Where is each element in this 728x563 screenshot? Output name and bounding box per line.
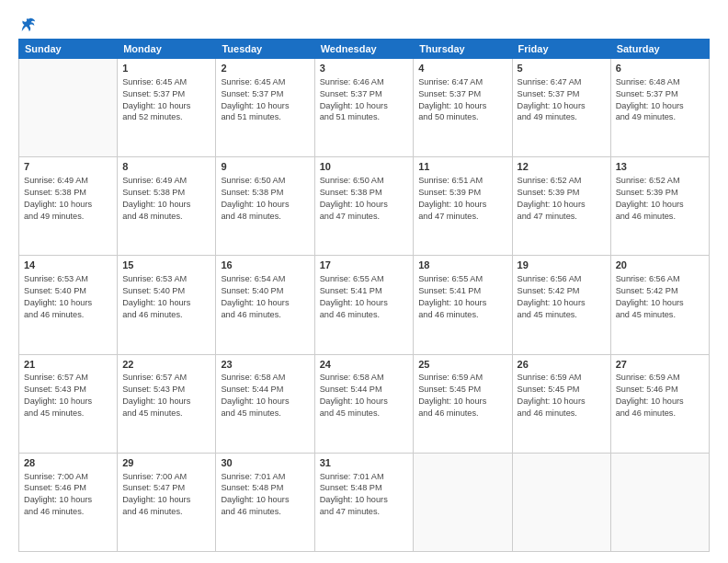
day-number: 9 xyxy=(221,160,309,174)
day-info: Sunrise: 6:53 AM Sunset: 5:40 PM Dayligh… xyxy=(122,273,210,321)
day-number: 25 xyxy=(418,358,506,372)
day-info: Sunrise: 6:55 AM Sunset: 5:41 PM Dayligh… xyxy=(418,273,506,321)
calendar-day-cell: 23Sunrise: 6:58 AM Sunset: 5:44 PM Dayli… xyxy=(216,354,314,453)
day-info: Sunrise: 6:47 AM Sunset: 5:37 PM Dayligh… xyxy=(418,76,506,124)
day-number: 22 xyxy=(122,358,210,372)
day-number: 20 xyxy=(616,259,704,272)
calendar-day-cell: 11Sunrise: 6:51 AM Sunset: 5:39 PM Dayli… xyxy=(414,157,512,256)
day-info: Sunrise: 6:47 AM Sunset: 5:37 PM Dayligh… xyxy=(518,76,606,124)
calendar-day-cell: 29Sunrise: 7:00 AM Sunset: 5:47 PM Dayli… xyxy=(118,453,216,551)
day-number: 5 xyxy=(518,62,606,75)
day-info: Sunrise: 6:59 AM Sunset: 5:45 PM Dayligh… xyxy=(518,372,606,419)
calendar-day-cell xyxy=(512,453,610,551)
calendar-day-cell: 19Sunrise: 6:56 AM Sunset: 5:42 PM Dayli… xyxy=(512,256,610,354)
day-info: Sunrise: 6:49 AM Sunset: 5:38 PM Dayligh… xyxy=(24,175,112,223)
calendar-day-cell: 7Sunrise: 6:49 AM Sunset: 5:38 PM Daylig… xyxy=(19,157,118,256)
day-number: 11 xyxy=(418,160,506,174)
calendar-week-4: 21Sunrise: 6:57 AM Sunset: 5:43 PM Dayli… xyxy=(19,354,710,453)
day-info: Sunrise: 6:56 AM Sunset: 5:42 PM Dayligh… xyxy=(616,273,704,321)
calendar-day-cell: 26Sunrise: 6:59 AM Sunset: 5:45 PM Dayli… xyxy=(512,354,610,453)
weekday-header-saturday: Saturday xyxy=(610,40,709,59)
day-info: Sunrise: 6:49 AM Sunset: 5:38 PM Dayligh… xyxy=(122,175,210,223)
calendar-day-cell: 17Sunrise: 6:55 AM Sunset: 5:41 PM Dayli… xyxy=(314,256,414,354)
header xyxy=(18,17,710,33)
day-info: Sunrise: 6:52 AM Sunset: 5:39 PM Dayligh… xyxy=(616,175,704,223)
calendar-day-cell: 16Sunrise: 6:54 AM Sunset: 5:40 PM Dayli… xyxy=(216,256,314,354)
day-number: 18 xyxy=(418,259,506,272)
day-number: 31 xyxy=(320,456,409,470)
day-info: Sunrise: 6:55 AM Sunset: 5:41 PM Dayligh… xyxy=(320,273,409,321)
day-info: Sunrise: 6:50 AM Sunset: 5:38 PM Dayligh… xyxy=(320,175,409,223)
day-number: 3 xyxy=(320,62,409,75)
calendar-week-3: 14Sunrise: 6:53 AM Sunset: 5:40 PM Dayli… xyxy=(19,256,710,354)
day-number: 1 xyxy=(122,62,210,75)
day-number: 23 xyxy=(221,358,309,372)
calendar-day-cell: 21Sunrise: 6:57 AM Sunset: 5:43 PM Dayli… xyxy=(19,354,118,453)
logo xyxy=(18,17,37,33)
day-number: 12 xyxy=(518,160,606,174)
day-info: Sunrise: 6:57 AM Sunset: 5:43 PM Dayligh… xyxy=(24,372,112,419)
day-number: 27 xyxy=(616,358,704,372)
logo-bird-icon xyxy=(20,17,37,33)
calendar-week-1: 1Sunrise: 6:45 AM Sunset: 5:37 PM Daylig… xyxy=(19,59,710,157)
day-info: Sunrise: 6:59 AM Sunset: 5:46 PM Dayligh… xyxy=(616,372,704,419)
weekday-header-thursday: Thursday xyxy=(414,40,512,59)
calendar-day-cell: 12Sunrise: 6:52 AM Sunset: 5:39 PM Dayli… xyxy=(512,157,610,256)
day-info: Sunrise: 6:57 AM Sunset: 5:43 PM Dayligh… xyxy=(122,372,210,419)
day-info: Sunrise: 6:45 AM Sunset: 5:37 PM Dayligh… xyxy=(122,76,210,124)
weekday-header-row: SundayMondayTuesdayWednesdayThursdayFrid… xyxy=(19,40,710,59)
calendar-day-cell: 5Sunrise: 6:47 AM Sunset: 5:37 PM Daylig… xyxy=(512,59,610,157)
day-number: 28 xyxy=(24,456,112,470)
day-number: 21 xyxy=(24,358,112,372)
calendar-day-cell: 1Sunrise: 6:45 AM Sunset: 5:37 PM Daylig… xyxy=(118,59,216,157)
day-info: Sunrise: 6:52 AM Sunset: 5:39 PM Dayligh… xyxy=(518,175,606,223)
day-info: Sunrise: 6:56 AM Sunset: 5:42 PM Dayligh… xyxy=(518,273,606,321)
calendar-day-cell: 13Sunrise: 6:52 AM Sunset: 5:39 PM Dayli… xyxy=(610,157,709,256)
calendar-day-cell xyxy=(414,453,512,551)
day-info: Sunrise: 6:46 AM Sunset: 5:37 PM Dayligh… xyxy=(320,76,409,124)
calendar-day-cell: 28Sunrise: 7:00 AM Sunset: 5:46 PM Dayli… xyxy=(19,453,118,551)
day-info: Sunrise: 7:00 AM Sunset: 5:47 PM Dayligh… xyxy=(122,471,210,519)
day-info: Sunrise: 6:54 AM Sunset: 5:40 PM Dayligh… xyxy=(221,273,309,321)
day-number: 8 xyxy=(122,160,210,174)
day-number: 16 xyxy=(221,259,309,272)
calendar-day-cell: 3Sunrise: 6:46 AM Sunset: 5:37 PM Daylig… xyxy=(314,59,414,157)
day-number: 2 xyxy=(221,62,309,75)
day-number: 6 xyxy=(616,62,704,75)
calendar-day-cell: 2Sunrise: 6:45 AM Sunset: 5:37 PM Daylig… xyxy=(216,59,314,157)
day-info: Sunrise: 6:45 AM Sunset: 5:37 PM Dayligh… xyxy=(221,76,309,124)
calendar-day-cell: 20Sunrise: 6:56 AM Sunset: 5:42 PM Dayli… xyxy=(610,256,709,354)
calendar-day-cell: 25Sunrise: 6:59 AM Sunset: 5:45 PM Dayli… xyxy=(414,354,512,453)
weekday-header-monday: Monday xyxy=(118,40,216,59)
calendar-week-5: 28Sunrise: 7:00 AM Sunset: 5:46 PM Dayli… xyxy=(19,453,710,551)
calendar-day-cell: 6Sunrise: 6:48 AM Sunset: 5:37 PM Daylig… xyxy=(610,59,709,157)
day-number: 26 xyxy=(518,358,606,372)
page: SundayMondayTuesdayWednesdayThursdayFrid… xyxy=(0,0,728,563)
weekday-header-wednesday: Wednesday xyxy=(314,40,414,59)
day-info: Sunrise: 6:58 AM Sunset: 5:44 PM Dayligh… xyxy=(221,372,309,419)
calendar-day-cell: 27Sunrise: 6:59 AM Sunset: 5:46 PM Dayli… xyxy=(610,354,709,453)
day-info: Sunrise: 6:53 AM Sunset: 5:40 PM Dayligh… xyxy=(24,273,112,321)
day-number: 30 xyxy=(221,456,309,470)
day-info: Sunrise: 6:48 AM Sunset: 5:37 PM Dayligh… xyxy=(616,76,704,124)
day-info: Sunrise: 6:59 AM Sunset: 5:45 PM Dayligh… xyxy=(418,372,506,419)
day-number: 13 xyxy=(616,160,704,174)
calendar-day-cell: 24Sunrise: 6:58 AM Sunset: 5:44 PM Dayli… xyxy=(314,354,414,453)
day-number: 7 xyxy=(24,160,112,174)
day-number: 15 xyxy=(122,259,210,272)
calendar-day-cell xyxy=(610,453,709,551)
day-info: Sunrise: 7:01 AM Sunset: 5:48 PM Dayligh… xyxy=(320,471,409,519)
day-number: 29 xyxy=(122,456,210,470)
weekday-header-sunday: Sunday xyxy=(19,40,118,59)
calendar-day-cell: 22Sunrise: 6:57 AM Sunset: 5:43 PM Dayli… xyxy=(118,354,216,453)
weekday-header-tuesday: Tuesday xyxy=(216,40,314,59)
calendar-day-cell: 4Sunrise: 6:47 AM Sunset: 5:37 PM Daylig… xyxy=(414,59,512,157)
day-number: 24 xyxy=(320,358,409,372)
calendar-table: SundayMondayTuesdayWednesdayThursdayFrid… xyxy=(18,39,710,552)
calendar-day-cell: 15Sunrise: 6:53 AM Sunset: 5:40 PM Dayli… xyxy=(118,256,216,354)
calendar-day-cell xyxy=(19,59,118,157)
day-number: 10 xyxy=(320,160,409,174)
weekday-header-friday: Friday xyxy=(512,40,610,59)
day-number: 19 xyxy=(518,259,606,272)
day-info: Sunrise: 7:01 AM Sunset: 5:48 PM Dayligh… xyxy=(221,471,309,519)
